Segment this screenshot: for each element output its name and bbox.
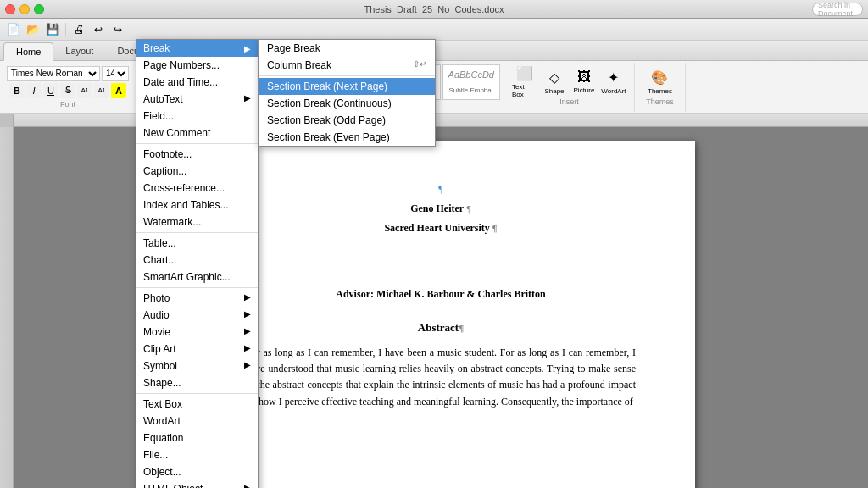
wordart-icon: ✦ xyxy=(608,69,619,86)
window-title: Thesis_Draft_25_No_Codes.docx xyxy=(364,4,504,14)
undo-button[interactable]: ↩ xyxy=(90,21,107,38)
underline-button[interactable]: U xyxy=(43,83,58,98)
italic-button[interactable]: I xyxy=(26,83,42,98)
institution-name: Sacred Heart University xyxy=(384,222,489,234)
app-window: Thesis_Draft_25_No_Codes.docx Search in … xyxy=(0,0,868,488)
font-group-label: Font xyxy=(60,100,75,108)
ribbon-font-group: Times New Roman 14 B I U S̶ A1 A1 A Font xyxy=(0,63,136,112)
ruler-container xyxy=(0,114,868,127)
advisor-para: Advisor: Michael K. Barbour & Charles Br… xyxy=(246,288,636,301)
picture-button[interactable]: 🖼 Picture xyxy=(570,69,598,96)
highlight-button[interactable]: A xyxy=(111,83,126,98)
separator xyxy=(65,23,66,36)
font-group-items: Times New Roman 14 xyxy=(7,66,129,81)
ribbon-content: Times New Roman 14 B I U S̶ A1 A1 A Font… xyxy=(0,61,868,114)
traffic-lights xyxy=(5,4,44,14)
open-button[interactable]: 📂 xyxy=(25,21,42,38)
maximize-button[interactable] xyxy=(34,4,44,14)
main-content: ¶ Geno Heiter ¶ Sacred Heart University … xyxy=(0,127,868,488)
search-placeholder: Search in Document xyxy=(818,1,857,18)
themes-icon: 🎨 xyxy=(651,69,668,86)
paragraph-pilcrow: ¶ xyxy=(246,183,636,196)
tab-document[interactable]: Document xyxy=(105,42,171,60)
save-button[interactable]: 💾 xyxy=(44,21,61,38)
search-bar[interactable]: Search in Document xyxy=(812,3,863,16)
font-name-select[interactable]: Times New Roman xyxy=(7,66,100,81)
redo-button[interactable]: ↪ xyxy=(109,21,126,38)
shape-icon: ◇ xyxy=(549,69,559,86)
author-name: Geno Heiter xyxy=(410,202,464,214)
close-button[interactable] xyxy=(5,4,15,14)
textbox-icon: ⬜ xyxy=(516,65,533,81)
bold-button[interactable]: B xyxy=(9,83,25,98)
tab-home[interactable]: Home xyxy=(3,42,53,61)
abstract-title: Abstract xyxy=(418,321,459,334)
advisor-text: Advisor: Michael K. Barbour & Charles Br… xyxy=(336,288,545,300)
horizontal-ruler xyxy=(14,114,868,126)
institution-para: Sacred Heart University ¶ xyxy=(246,222,636,235)
wordart-button[interactable]: ✦ WordArt xyxy=(600,69,627,96)
ribbon-insert-group: ⬜ Text Box ◇ Shape 🖼 Picture ✦ WordArt I… xyxy=(504,63,635,112)
title-bar: Thesis_Draft_25_No_Codes.docx Search in … xyxy=(0,0,868,19)
document-page: ¶ Geno Heiter ¶ Sacred Heart University … xyxy=(186,141,695,488)
ribbon-themes-group: 🎨 Themes Themes xyxy=(635,63,686,112)
author-name-para: Geno Heiter ¶ xyxy=(246,202,636,215)
ruler-corner xyxy=(0,114,14,127)
tab-layout[interactable]: Layout xyxy=(53,42,105,60)
new-button[interactable]: 📄 xyxy=(5,21,22,38)
font-format-buttons: B I U S̶ A1 A1 A xyxy=(9,83,126,98)
style-title[interactable]: AaBb Title xyxy=(333,64,381,100)
textbox-button[interactable]: ⬜ Text Box xyxy=(511,69,538,96)
vertical-ruler xyxy=(0,127,14,488)
picture-icon: 🖼 xyxy=(577,69,591,85)
styles-items: AaBbCcDd No Spacing AaBbCcDd Heading 1 A… xyxy=(140,64,500,100)
ribbon-tabs: Home Layout Document xyxy=(0,41,868,61)
themes-group-label: Themes xyxy=(646,97,674,106)
font-size-select[interactable]: 14 xyxy=(102,66,129,81)
spacer xyxy=(246,255,636,268)
style-subtle[interactable]: AaBbCcDd Subtle Empha. xyxy=(442,64,500,100)
insert-group-label: Insert xyxy=(559,97,579,106)
superscript-button[interactable]: A1 xyxy=(77,83,92,98)
abstract-body: For as long as I can remember, I have be… xyxy=(246,345,636,410)
print-button[interactable]: 🖨 xyxy=(70,21,87,38)
style-subtitle[interactable]: AaBbCcDd Subtitle xyxy=(382,64,440,100)
abstract-title-para: Abstract¶ xyxy=(246,321,636,335)
app-toolbar: 📄 📂 💾 🖨 ↩ ↪ xyxy=(0,19,868,41)
styles-group-label: Styles xyxy=(309,102,331,110)
style-heading1[interactable]: AaBbCcDd Heading 1 xyxy=(205,64,267,100)
ribbon-styles-group: AaBbCcDd No Spacing AaBbCcDd Heading 1 A… xyxy=(136,63,504,112)
insert-group-items: ⬜ Text Box ◇ Shape 🖼 Picture ✦ WordArt xyxy=(511,69,627,96)
document-area[interactable]: ¶ Geno Heiter ¶ Sacred Heart University … xyxy=(14,127,868,488)
shape-button[interactable]: ◇ Shape xyxy=(541,69,568,96)
minimize-button[interactable] xyxy=(19,4,30,14)
abstract-text: For as long as I can remember, I have be… xyxy=(246,347,636,408)
style-normal[interactable]: AaBbCcDd No Spacing xyxy=(140,64,203,100)
subscript-button[interactable]: A1 xyxy=(94,83,109,98)
strikethrough-button[interactable]: S̶ xyxy=(60,83,75,98)
style-heading2[interactable]: AaBbCcDd Heading 2 xyxy=(270,64,331,100)
themes-button[interactable]: 🎨 Themes xyxy=(646,69,673,96)
